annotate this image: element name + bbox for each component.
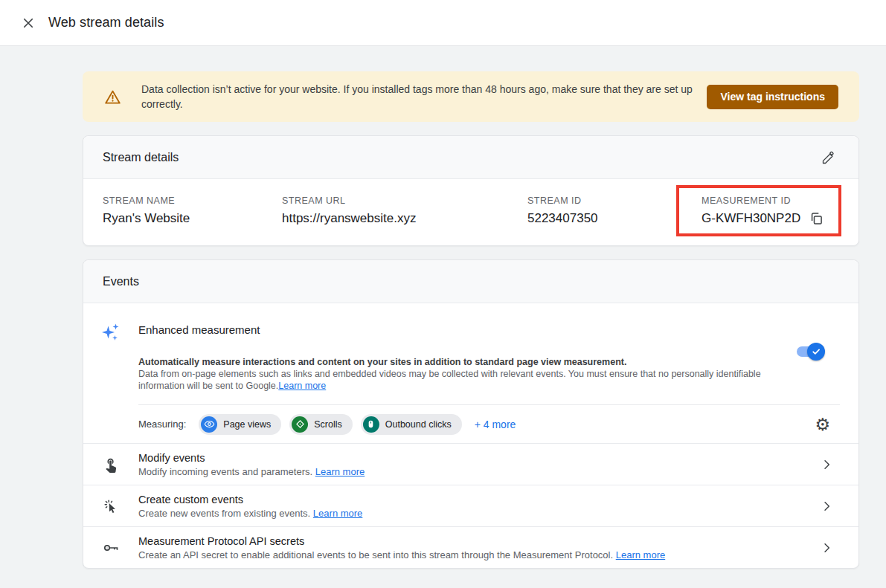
edit-pencil-icon[interactable] (818, 147, 839, 168)
warning-icon (104, 88, 121, 106)
events-title: Events (103, 275, 139, 288)
stream-name-field: STREAM NAME Ryan's Website (103, 196, 282, 226)
measurement-protocol-desc: Create an API secret to enable additiona… (138, 549, 613, 560)
copy-icon[interactable] (809, 211, 824, 226)
modify-events-desc: Modify incoming events and parameters. (138, 466, 312, 477)
chip-outbound-clicks-label: Outbound clicks (385, 419, 452, 430)
touch-app-icon (83, 456, 138, 473)
enhanced-measurement-description: Automatically measure interactions and c… (138, 356, 778, 392)
stream-name-value: Ryan's Website (103, 211, 275, 226)
key-icon (83, 539, 138, 557)
measurement-id-field: MEASUREMENT ID G-KWFH30NP2D (693, 196, 858, 226)
eye-icon (201, 416, 217, 433)
stream-details-body: STREAM NAME Ryan's Website STREAM URL ht… (83, 179, 858, 245)
chevron-right-icon (821, 541, 833, 554)
more-chips-link[interactable]: + 4 more (475, 419, 516, 430)
modify-events-title: Modify events (138, 452, 365, 464)
enhanced-measurement-section: Enhanced measurement Automatically measu… (83, 303, 858, 443)
enhanced-measurement-title: Enhanced measurement (138, 321, 260, 336)
stream-name-label: STREAM NAME (103, 196, 275, 206)
measurement-id-value: G-KWFH30NP2D (702, 211, 800, 226)
stream-url-label: STREAM URL (282, 196, 520, 206)
page-title: Web stream details (48, 15, 164, 30)
measurement-protocol-api-secrets-row[interactable]: Measurement Protocol API secrets Create … (83, 526, 858, 568)
chip-page-views[interactable]: Page views (199, 414, 281, 435)
chevron-right-icon (821, 458, 833, 471)
stream-id-value: 5223407350 (527, 211, 685, 226)
measuring-label: Measuring: (138, 419, 186, 430)
diamond-scroll-icon (292, 416, 308, 433)
events-card: Events Enhanced measurement Automaticall… (83, 259, 859, 569)
sparkle-icon (83, 321, 138, 342)
topbar: Web stream details (0, 0, 886, 46)
warning-text: Data collection isn’t active for your we… (141, 82, 703, 112)
warning-banner: Data collection isn’t active for your we… (83, 71, 859, 122)
stream-url-field: STREAM URL https://ryanswebsite.xyz (282, 196, 527, 226)
enhanced-measurement-toggle[interactable] (797, 346, 822, 357)
chevron-right-icon (821, 500, 833, 512)
enhanced-measurement-desc-line2: Data from on-page elements such as links… (138, 369, 761, 391)
create-custom-events-title: Create custom events (138, 494, 362, 505)
cursor-sparks-icon (83, 498, 138, 514)
modify-events-learn-more-link[interactable]: Learn more (315, 466, 365, 477)
toggle-check-icon (807, 343, 825, 361)
events-header: Events (83, 260, 858, 303)
stream-url-value: https://ryanswebsite.xyz (282, 211, 520, 226)
create-custom-events-row[interactable]: Create custom events Create new events f… (83, 485, 858, 526)
chip-scrolls-label: Scrolls (314, 419, 342, 430)
stream-details-title: Stream details (103, 151, 179, 164)
chip-outbound-clicks[interactable]: Outbound clicks (361, 414, 462, 435)
modify-events-row[interactable]: Modify events Modify incoming events and… (83, 443, 858, 485)
stream-details-card: Stream details STREAM NAME Ryan's Websit… (83, 135, 859, 246)
enhanced-measurement-desc-line1: Automatically measure interactions and c… (138, 356, 778, 368)
create-custom-events-desc: Create new events from existing events. (138, 508, 310, 519)
stream-id-label: STREAM ID (527, 196, 685, 206)
stream-details-header: Stream details (83, 136, 858, 179)
measurement-protocol-learn-more-link[interactable]: Learn more (616, 549, 665, 560)
close-icon[interactable] (19, 13, 38, 33)
measuring-row: Measuring: Page views (83, 405, 858, 443)
enhanced-measurement-learn-more-link[interactable]: Learn more (278, 381, 326, 391)
stream-id-field: STREAM ID 5223407350 (527, 196, 693, 226)
measurement-protocol-title: Measurement Protocol API secrets (138, 535, 665, 547)
create-custom-events-learn-more-link[interactable]: Learn more (313, 508, 362, 519)
mouse-icon (363, 416, 379, 433)
chip-page-views-label: Page views (223, 419, 271, 430)
gear-icon[interactable]: ⚙ (815, 416, 830, 433)
chip-scrolls[interactable]: Scrolls (289, 414, 353, 435)
view-tag-instructions-button[interactable]: View tag instructions (707, 85, 838, 109)
measurement-id-label: MEASUREMENT ID (702, 196, 851, 206)
